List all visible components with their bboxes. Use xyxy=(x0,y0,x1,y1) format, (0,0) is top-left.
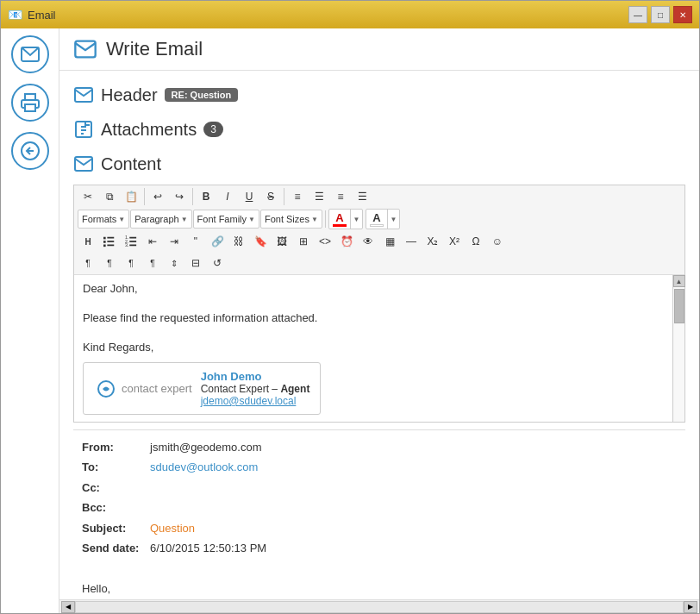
show-hide-button[interactable]: 👁 xyxy=(358,232,378,251)
window-title: Email xyxy=(28,9,56,22)
attachments-section: Attachments 3 xyxy=(73,112,685,147)
bold-button[interactable]: B xyxy=(196,187,216,206)
strikethrough-button[interactable]: S xyxy=(260,187,281,206)
from-row: From: jsmith@geodemo.com xyxy=(82,437,677,457)
content-section-header: Content xyxy=(73,147,685,181)
font-sizes-dropdown[interactable]: Font Sizes ▼ xyxy=(260,210,322,229)
list-numbered-button[interactable]: 1. 2. 3. xyxy=(121,232,141,251)
sidebar-back-button[interactable] xyxy=(11,132,49,170)
to-value: sdudev@outlook.com xyxy=(150,457,258,477)
redo-button[interactable]: ↪ xyxy=(169,187,190,206)
font-color-button[interactable]: A ▼ xyxy=(328,209,363,229)
email-details: From: jsmith@geodemo.com To: sdudev@outl… xyxy=(73,429,685,599)
rtl2-button[interactable]: ¶ xyxy=(142,254,163,273)
italic-button[interactable]: I xyxy=(217,187,238,206)
scroll-track[interactable] xyxy=(75,601,684,613)
cc-row: Cc: xyxy=(82,478,677,498)
ltr-button[interactable]: ¶ xyxy=(78,254,98,273)
close-button[interactable]: ✕ xyxy=(673,6,692,23)
list-numbered-icon: 1. 2. 3. xyxy=(125,235,137,247)
to-label: To: xyxy=(82,457,147,477)
sidebar-print-button[interactable] xyxy=(11,84,49,122)
justify-button[interactable]: ☰ xyxy=(352,187,372,206)
page-title: Write Email xyxy=(106,38,203,60)
cut-button[interactable]: ✂ xyxy=(78,187,98,206)
title-bar: 📧 Email — □ ✕ xyxy=(1,1,699,28)
paragraph-dropdown[interactable]: Paragraph ▼ xyxy=(130,210,191,229)
editor-container: Dear John, Please find the requested inf… xyxy=(74,275,684,422)
indent-increase-button[interactable]: ⇥ xyxy=(164,232,184,251)
toolbar-row-1: ✂ ⧉ 📋 ↩ ↪ B I U S ≡ xyxy=(78,187,681,206)
from-label: From: xyxy=(82,437,147,457)
link-button[interactable]: 🔗 xyxy=(207,232,228,251)
editor-body[interactable]: Dear John, Please find the requested inf… xyxy=(74,275,672,422)
copy-button[interactable]: ⧉ xyxy=(99,187,120,206)
main-window: 📧 Email — □ ✕ xyxy=(0,0,700,614)
scroll-right-button[interactable]: ▶ xyxy=(684,601,697,613)
font-color-letter: A xyxy=(335,212,343,223)
svg-rect-15 xyxy=(129,237,136,239)
blockquote-button[interactable]: " xyxy=(185,232,206,251)
maximize-button[interactable]: □ xyxy=(651,6,670,23)
main-content: Write Email Header RE: Question xyxy=(1,28,699,613)
image-button[interactable]: 🖼 xyxy=(272,232,292,251)
code-button[interactable]: <> xyxy=(315,232,335,251)
re-badge: RE: Question xyxy=(165,88,239,102)
editor-line-3: Kind Regards, xyxy=(83,341,664,354)
align-center-button[interactable]: ☰ xyxy=(309,187,329,206)
unlink-button[interactable]: ⛓ xyxy=(228,232,249,251)
indent-decrease-button[interactable]: ⇤ xyxy=(142,232,163,251)
time-button[interactable]: ⏰ xyxy=(336,232,357,251)
font-color-arrow[interactable]: ▼ xyxy=(350,210,362,229)
sig-logo: contact expert xyxy=(94,380,192,398)
ltr2-button[interactable]: ¶ xyxy=(121,254,141,273)
undo-button[interactable]: ↩ xyxy=(147,187,168,206)
contact-expert-logo xyxy=(94,380,118,398)
formats-dropdown[interactable]: Formats ▼ xyxy=(78,210,129,229)
source-button[interactable]: H xyxy=(78,232,98,251)
sep3 xyxy=(284,188,284,205)
minimize-button[interactable]: — xyxy=(628,6,647,23)
window-controls: — □ ✕ xyxy=(628,6,692,23)
rtl-button[interactable]: ¶ xyxy=(99,254,120,273)
highlight-color-button[interactable]: A ▼ xyxy=(366,209,400,229)
undo3-button[interactable]: ↺ xyxy=(207,254,228,273)
hr-button[interactable]: — xyxy=(401,232,422,251)
subject-value: Question xyxy=(150,518,195,538)
sep2 xyxy=(192,188,193,205)
font-color-bar xyxy=(333,224,347,227)
subject-label: Subject: xyxy=(82,518,147,538)
bottom-scrollbar: ◀ ▶ xyxy=(59,599,699,613)
subscript-button[interactable]: X₂ xyxy=(422,232,443,251)
scroll-thumb[interactable] xyxy=(674,289,684,323)
font-family-dropdown[interactable]: Font Family ▼ xyxy=(193,210,259,229)
superscript-button[interactable]: X² xyxy=(444,232,465,251)
table2-button[interactable]: ▦ xyxy=(379,232,400,251)
bcc-row: Bcc: xyxy=(82,498,677,517)
scroll-left-button[interactable]: ◀ xyxy=(61,601,75,613)
svg-text:3.: 3. xyxy=(125,242,128,247)
header-section-icon xyxy=(73,85,94,105)
title-bar-left: 📧 Email xyxy=(8,8,56,22)
bookmark-button[interactable]: 🔖 xyxy=(250,232,271,251)
content-section-title: Content xyxy=(101,154,161,174)
omega-button[interactable]: Ω xyxy=(466,232,486,251)
sep1 xyxy=(144,188,145,205)
highlight-color-arrow[interactable]: ▼ xyxy=(387,210,399,229)
sig-logo-text: contact expert xyxy=(122,382,192,395)
scroll-up-button[interactable]: ▲ xyxy=(673,275,685,287)
bcc-label: Bcc: xyxy=(82,498,147,517)
toggle-button[interactable]: ⇕ xyxy=(164,254,184,273)
list-bullet-button[interactable] xyxy=(99,232,120,251)
send-date-row: Send date: 6/10/2015 12:50:13 PM xyxy=(82,538,677,558)
table-button[interactable]: ⊞ xyxy=(293,232,314,251)
align-right-button[interactable]: ≡ xyxy=(330,187,351,206)
align-left-button[interactable]: ≡ xyxy=(287,187,308,206)
underline-button[interactable]: U xyxy=(239,187,259,206)
sidebar-mail-button[interactable] xyxy=(11,35,49,73)
table3-button[interactable]: ⊟ xyxy=(185,254,206,273)
paste-button[interactable]: 📋 xyxy=(121,187,141,206)
editor-toolbar: ✂ ⧉ 📋 ↩ ↪ B I U S ≡ xyxy=(74,185,684,275)
emoji-button[interactable]: ☺ xyxy=(487,232,508,251)
attachments-icon xyxy=(73,119,94,140)
